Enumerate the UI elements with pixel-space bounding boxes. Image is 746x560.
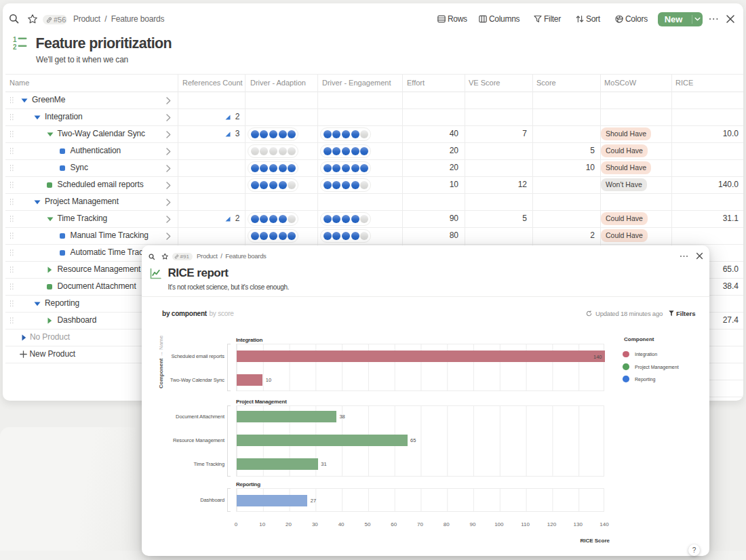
svg-text:2: 2: [13, 43, 17, 50]
svg-text:1: 1: [13, 36, 17, 43]
